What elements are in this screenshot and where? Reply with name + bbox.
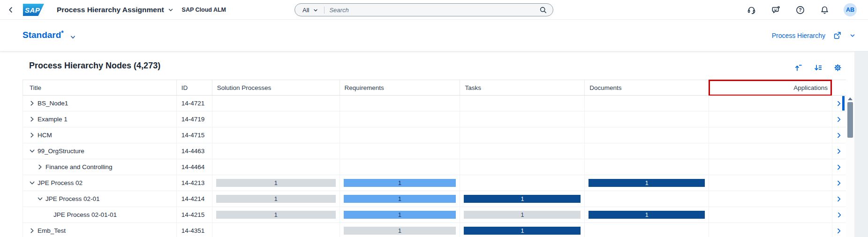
scrollbar-thumb[interactable] xyxy=(847,102,853,138)
column-header-documents[interactable]: Documents xyxy=(585,80,709,95)
help-icon[interactable]: ? xyxy=(795,5,805,15)
documents-count-bar: 1 xyxy=(589,179,705,187)
navigate-row-icon[interactable] xyxy=(835,227,843,235)
requirements-count-bar: 1 xyxy=(344,179,456,187)
column-header-id[interactable]: ID xyxy=(177,80,212,95)
shell-left-group: SAP Process Hierarchy Assignment SAP Clo… xyxy=(0,0,226,20)
table-row[interactable]: Example 114-4719 xyxy=(23,111,846,127)
move-to-top-icon[interactable] xyxy=(793,63,803,72)
table-toolbar: Process Hierarchy Nodes (4,273) xyxy=(23,52,846,80)
expand-node-icon[interactable] xyxy=(29,132,38,139)
column-header-requirements[interactable]: Requirements xyxy=(340,80,460,95)
settings-gear-icon[interactable] xyxy=(833,63,842,72)
column-header-solution-processes[interactable]: Solution Processes xyxy=(212,80,340,95)
table-row[interactable]: Emb_Test14-435111 xyxy=(23,223,846,237)
requirements-count-bar: 1 xyxy=(344,195,456,203)
table-body: BS_Node114-4721Example 114-4719HCM14-471… xyxy=(23,96,846,237)
tasks-count-bar: 1 xyxy=(464,195,581,203)
sort-icon[interactable] xyxy=(813,63,823,72)
applications-cell xyxy=(709,191,832,207)
column-header-title[interactable]: Title xyxy=(23,80,177,95)
expand-node-icon[interactable] xyxy=(37,163,45,171)
subheader-actions: Process Hierarchy xyxy=(772,31,856,40)
app-title-dropdown[interactable] xyxy=(167,7,174,13)
search-divider xyxy=(324,7,325,14)
node-id: 14-4214 xyxy=(181,195,205,202)
table-row[interactable]: 99_OrgStructure14-4463 xyxy=(23,143,846,159)
node-id: 14-4719 xyxy=(181,116,205,123)
navigate-row-icon[interactable] xyxy=(835,195,843,203)
chevron-down-icon[interactable] xyxy=(849,32,856,39)
applications-cell xyxy=(709,96,832,111)
collapse-node-icon[interactable] xyxy=(29,148,38,155)
variant-modified-marker: * xyxy=(61,29,63,37)
node-title: JPE Process 02-01-01 xyxy=(53,211,117,218)
navigate-row-icon[interactable] xyxy=(835,116,843,123)
applications-cell xyxy=(709,127,832,143)
page-subheader: Standard * Process Hierarchy xyxy=(0,20,868,52)
column-header-applications[interactable]: Applications xyxy=(709,80,832,95)
node-title: Emb_Test xyxy=(38,227,66,234)
solution-processes-count-bar: 1 xyxy=(216,179,336,187)
chevron-down-icon[interactable] xyxy=(313,7,318,13)
node-title: 99_OrgStructure xyxy=(38,148,84,155)
column-header-nav-spacer xyxy=(832,80,846,95)
sap-logo[interactable]: SAP xyxy=(23,4,44,16)
column-label: Solution Processes xyxy=(217,84,272,91)
applications-cell xyxy=(709,223,832,237)
node-id: 14-4351 xyxy=(181,227,205,234)
collapse-node-icon[interactable] xyxy=(37,195,45,203)
documents-count-bar: 1 xyxy=(589,211,705,219)
column-label: Tasks xyxy=(465,84,481,91)
node-id: 14-4215 xyxy=(181,211,205,218)
avatar[interactable]: AB xyxy=(844,3,857,16)
applications-cell xyxy=(709,207,832,222)
table-row[interactable]: JPE Process 02-0114-4214111 xyxy=(23,191,846,207)
requirements-count-bar: 1 xyxy=(344,211,456,219)
column-label: Title xyxy=(30,84,41,91)
expand-node-icon[interactable] xyxy=(29,116,38,123)
navigate-row-icon[interactable] xyxy=(835,179,843,187)
scrollbar-up-arrow-icon[interactable] xyxy=(848,97,853,100)
expander-spacer xyxy=(45,211,53,219)
search-icon[interactable] xyxy=(539,6,547,14)
feedback-chat-icon[interactable] xyxy=(770,5,781,15)
table-row[interactable]: JPE Process 0214-4213111 xyxy=(23,175,846,191)
app-window: SAP Process Hierarchy Assignment SAP Clo… xyxy=(0,0,868,237)
variant-selector[interactable]: Standard * xyxy=(23,30,76,41)
tasks-count-bar: 1 xyxy=(464,227,581,235)
column-header-tasks[interactable]: Tasks xyxy=(460,80,585,95)
table-row[interactable]: BS_Node114-4721 xyxy=(23,96,846,111)
row-navigation-cell xyxy=(832,207,846,222)
search-input[interactable] xyxy=(329,7,539,14)
share-icon[interactable] xyxy=(833,31,842,40)
chevron-down-icon xyxy=(167,7,174,13)
shell-bar: SAP Process Hierarchy Assignment SAP Clo… xyxy=(0,0,868,20)
expand-node-icon[interactable] xyxy=(29,100,38,107)
search-scope-selector[interactable]: All xyxy=(302,7,309,14)
requirements-count-bar: 1 xyxy=(344,227,456,235)
notifications-bell-icon[interactable] xyxy=(819,5,830,15)
table-row[interactable]: JPE Process 02-01-0114-42151111 xyxy=(23,207,846,223)
navigate-row-icon[interactable] xyxy=(836,211,843,219)
table-row[interactable]: Finance and Controlling14-4464 xyxy=(23,159,846,175)
process-hierarchy-link[interactable]: Process Hierarchy xyxy=(772,32,825,39)
node-id: 14-4715 xyxy=(181,132,205,139)
navigate-row-icon[interactable] xyxy=(835,132,843,139)
node-id: 14-4463 xyxy=(181,148,205,155)
expand-node-icon[interactable] xyxy=(29,227,38,235)
table-row[interactable]: HCM14-4715 xyxy=(23,127,846,143)
vertical-scrollbar[interactable] xyxy=(846,96,854,237)
row-navigation-cell xyxy=(832,143,846,159)
navigate-row-icon[interactable] xyxy=(835,148,843,155)
product-subtitle: SAP Cloud ALM xyxy=(182,7,226,13)
chevron-down-icon[interactable] xyxy=(69,34,76,41)
back-button[interactable] xyxy=(5,4,17,16)
collapse-node-icon[interactable] xyxy=(29,179,38,187)
global-search[interactable]: All xyxy=(294,3,553,16)
node-title: JPE Process 02 xyxy=(38,179,83,186)
applications-cell xyxy=(709,175,832,191)
navigate-row-icon[interactable] xyxy=(835,163,843,171)
headset-icon[interactable] xyxy=(746,5,756,15)
row-navigation-cell xyxy=(832,127,846,143)
